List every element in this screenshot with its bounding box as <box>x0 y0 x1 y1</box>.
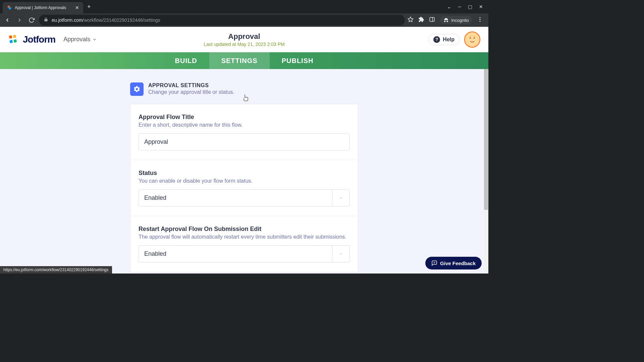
restart-select[interactable]: Enabled <box>139 245 350 262</box>
tab-close-icon[interactable]: ✕ <box>75 5 79 10</box>
maximize-icon[interactable]: ▢ <box>468 4 472 9</box>
svg-rect-7 <box>13 35 16 38</box>
incognito-label: Incognito <box>451 18 469 23</box>
browser-tab-strip: Approval | Jotform Approvals ✕ + ⌄ ─ ▢ ✕ <box>0 0 488 13</box>
chevron-down-icon <box>332 190 350 206</box>
incognito-icon <box>443 17 449 23</box>
content-area: APPROVAL SETTINGS Change your approval t… <box>0 69 488 274</box>
help-label: Help <box>443 37 454 43</box>
url-text: eu.jotform.com/workflow/231402290192446/… <box>52 17 160 23</box>
setting-status: Status You can enable or disable your fl… <box>130 160 358 216</box>
feedback-label: Give Feedback <box>440 260 476 266</box>
flow-title-desc: Enter a short, descriptive name for this… <box>139 122 350 128</box>
approvals-dropdown[interactable]: Approvals <box>63 36 97 43</box>
browser-tab[interactable]: Approval | Jotform Approvals ✕ <box>3 2 83 13</box>
minimize-icon[interactable]: ─ <box>458 4 461 9</box>
status-select[interactable]: Enabled <box>139 189 350 206</box>
logo-text: Jotform <box>23 34 55 45</box>
close-window-icon[interactable]: ✕ <box>479 4 483 9</box>
give-feedback-button[interactable]: Give Feedback <box>425 257 482 269</box>
tab-favicon-icon <box>7 5 12 10</box>
tab-search-icon[interactable]: ⌄ <box>447 4 451 9</box>
svg-point-10 <box>467 34 478 45</box>
main-tabs: BUILD SETTINGS PUBLISH <box>0 52 488 69</box>
chevron-down-icon <box>92 37 97 42</box>
flow-title-label: Approval Flow Title <box>139 114 350 121</box>
setting-flow-title: Approval Flow Title Enter a short, descr… <box>130 104 358 160</box>
restart-desc: The approval flow will automatically res… <box>139 234 350 240</box>
tab-build[interactable]: BUILD <box>163 52 209 69</box>
section-title: APPROVAL SETTINGS <box>148 82 234 88</box>
last-updated: Last updated at May 21, 2023 2:03 PM <box>204 42 284 47</box>
section-header: APPROVAL SETTINGS Change your approval t… <box>130 82 358 96</box>
avatar-icon <box>466 34 478 46</box>
browser-toolbar: eu.jotform.com/workflow/231402290192446/… <box>0 13 488 27</box>
svg-rect-1 <box>430 17 434 21</box>
back-button[interactable] <box>3 15 12 25</box>
lock-icon <box>44 17 48 23</box>
user-avatar[interactable] <box>464 32 480 48</box>
reload-button[interactable] <box>27 15 36 25</box>
svg-point-12 <box>474 36 475 38</box>
page-content: Jotform Approvals Approval Last updated … <box>0 27 488 274</box>
feedback-icon <box>431 260 437 266</box>
svg-rect-9 <box>13 39 17 43</box>
tab-title: Approval | Jotform Approvals <box>15 5 72 10</box>
forward-button[interactable] <box>15 15 24 25</box>
incognito-badge[interactable]: Incognito <box>440 16 472 24</box>
extensions-icon[interactable] <box>418 16 424 24</box>
restart-label: Restart Approval Flow On Submission Edit <box>139 226 350 233</box>
status-value: Enabled <box>139 190 332 206</box>
address-bar[interactable]: eu.jotform.com/workflow/231402290192446/… <box>39 15 405 25</box>
svg-rect-6 <box>9 35 12 39</box>
settings-card: Approval Flow Title Enter a short, descr… <box>130 104 358 272</box>
status-label: Status <box>139 170 350 177</box>
scrollbar-track[interactable] <box>484 69 488 274</box>
status-bar: https://eu.jotform.com/workflow/23140229… <box>0 266 112 274</box>
status-desc: You can enable or disable your flow form… <box>139 178 350 184</box>
tab-settings[interactable]: SETTINGS <box>209 52 270 69</box>
header-center: Approval Last updated at May 21, 2023 2:… <box>204 32 284 47</box>
setting-restart: Restart Approval Flow On Submission Edit… <box>130 216 358 272</box>
svg-point-4 <box>480 19 481 20</box>
jotform-logo[interactable]: Jotform <box>8 34 55 45</box>
flow-title-input[interactable] <box>139 133 350 150</box>
logo-mark-icon <box>8 34 19 45</box>
help-icon: ? <box>433 36 440 43</box>
svg-point-3 <box>480 17 481 18</box>
tab-publish[interactable]: PUBLISH <box>270 52 326 69</box>
svg-rect-8 <box>9 40 13 43</box>
window-controls: ⌄ ─ ▢ ✕ <box>447 4 488 9</box>
sidepanel-icon[interactable] <box>429 16 435 24</box>
bookmark-icon[interactable] <box>408 16 414 24</box>
approvals-dropdown-label: Approvals <box>63 36 90 43</box>
gear-icon <box>130 82 144 96</box>
chevron-down-icon <box>332 246 350 262</box>
scrollbar-thumb[interactable] <box>484 69 488 210</box>
app-header: Jotform Approvals Approval Last updated … <box>0 27 488 52</box>
restart-value: Enabled <box>139 246 332 262</box>
help-button[interactable]: ? Help <box>428 34 460 45</box>
svg-point-11 <box>470 36 471 38</box>
new-tab-button[interactable]: + <box>87 3 91 10</box>
svg-marker-0 <box>408 17 413 22</box>
section-subtitle: Change your approval title or status. <box>148 89 234 95</box>
page-title: Approval <box>204 32 284 41</box>
menu-icon[interactable] <box>477 16 483 24</box>
svg-point-5 <box>480 21 481 22</box>
